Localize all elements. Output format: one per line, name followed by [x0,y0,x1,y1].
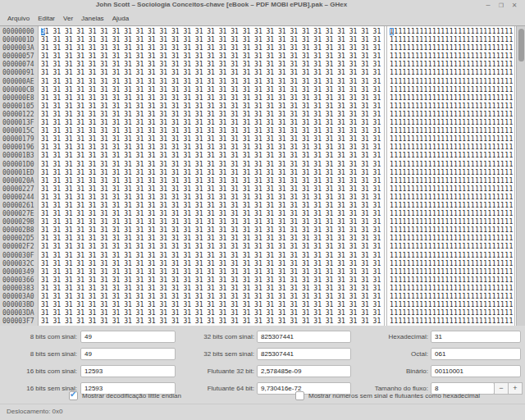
hex-row-ascii[interactable]: 11111111111111111111111111111 [387,210,514,218]
hex-row-ascii[interactable]: 11111111111111111111111111111 [387,152,514,160]
hex-row-ascii[interactable]: 11111111111111111111111111111 [387,169,514,177]
hex-row-ascii[interactable]: 11111111111111111111111111111 [387,94,514,103]
maximize-button[interactable]: ❐ [495,0,507,11]
hex-row-bytes[interactable]: 31 31 31 31 31 31 31 31 31 31 31 31 31 3… [39,226,384,235]
hex-row-bytes[interactable]: 31 31 31 31 31 31 31 31 31 31 31 31 31 3… [39,144,384,152]
hex-row-bytes[interactable]: 31 31 31 31 31 31 31 31 31 31 31 31 31 3… [39,252,384,260]
hex-row-ascii[interactable]: 11111111111111111111111111111 [387,276,514,285]
hex-row-ascii[interactable]: 11111111111111111111111111111 [387,28,514,36]
hex-row-bytes[interactable]: 31 31 31 31 31 31 31 31 31 31 31 31 31 3… [39,293,384,301]
hex-row-bytes[interactable]: 31 31 31 31 31 31 31 31 31 31 31 31 31 3… [39,69,384,77]
hex-row-bytes[interactable]: 31 31 31 31 31 31 31 31 31 31 31 31 31 3… [39,78,384,86]
hex-row-bytes[interactable]: 31 31 31 31 31 31 31 31 31 31 31 31 31 3… [39,309,384,317]
hex-row-ascii[interactable]: 11111111111111111111111111111 [387,301,514,309]
hex-row-ascii[interactable]: 11111111111111111111111111111 [387,44,514,52]
scrollbar-thumb[interactable] [518,29,524,62]
hex-row-offset: 0000013F [0,119,38,127]
hex-row-ascii[interactable]: 11111111111111111111111111111 [387,52,514,61]
hex-row-ascii[interactable]: 11111111111111111111111111111 [387,185,514,194]
menu-arquivo[interactable]: Arquivo [3,13,34,24]
field-8bit-signed[interactable] [80,331,176,343]
hex-row-bytes[interactable]: 31 31 31 31 31 31 31 31 31 31 31 31 31 3… [39,177,384,185]
field-32bit-signed[interactable] [257,331,351,343]
vertical-scrollbar[interactable] [516,26,525,326]
hex-row-bytes[interactable]: 31 31 31 31 31 31 31 31 31 31 31 31 31 3… [39,194,384,202]
hex-row-ascii[interactable]: 11111111111111111111111111111 [387,252,514,260]
hex-row-ascii[interactable]: 11111111111111111111111111111 [387,317,514,326]
hex-row-bytes[interactable]: 31 31 31 31 31 31 31 31 31 31 31 31 31 3… [39,285,384,293]
hex-row-bytes[interactable]: 31 31 31 31 31 31 31 31 31 31 31 31 31 3… [39,235,384,243]
hex-row-bytes[interactable]: 31 31 31 31 31 31 31 31 31 31 31 31 31 3… [39,169,384,177]
hex-row-ascii[interactable]: 11111111111111111111111111111 [387,86,514,94]
hex-row-ascii[interactable]: 11111111111111111111111111111 [387,135,514,144]
hex-row-bytes[interactable]: 31 31 31 31 31 31 31 31 31 31 31 31 31 3… [39,301,384,309]
hex-row-bytes[interactable]: 31 31 31 31 31 31 31 31 31 31 31 31 31 3… [39,86,384,94]
hex-row-bytes[interactable]: 31 31 31 31 31 31 31 31 31 31 31 31 31 3… [39,28,384,36]
hex-row-bytes[interactable]: 31 31 31 31 31 31 31 31 31 31 31 31 31 3… [39,268,384,276]
menu-janelas[interactable]: Janelas [77,13,108,24]
field-binary[interactable] [431,365,521,377]
menu-ajuda[interactable]: Ajuda [108,13,133,24]
hex-row-bytes[interactable]: 31 31 31 31 31 31 31 31 31 31 31 31 31 3… [39,152,384,160]
hex-row-ascii[interactable]: 11111111111111111111111111111 [387,119,514,127]
hex-row-ascii[interactable]: 11111111111111111111111111111 [387,285,514,293]
hex-row-bytes[interactable]: 31 31 31 31 31 31 31 31 31 31 31 31 31 3… [39,243,384,251]
hex-row-bytes[interactable]: 31 31 31 31 31 31 31 31 31 31 31 31 31 3… [39,317,384,326]
hex-row-ascii[interactable]: 11111111111111111111111111111 [387,260,514,268]
hex-row-ascii[interactable]: 11111111111111111111111111111 [387,36,514,44]
hex-row-ascii[interactable]: 11111111111111111111111111111 [387,144,514,152]
hex-row-ascii[interactable]: 11111111111111111111111111111 [387,127,514,135]
hex-row-ascii[interactable]: 11111111111111111111111111111 [387,243,514,251]
field-16bit-signed[interactable] [80,365,176,377]
hex-row-bytes[interactable]: 31 31 31 31 31 31 31 31 31 31 31 31 31 3… [39,61,384,69]
hex-row-bytes[interactable]: 31 31 31 31 31 31 31 31 31 31 31 31 31 3… [39,119,384,127]
field-octal[interactable] [431,348,521,360]
stream-size-increment-button[interactable]: + [508,382,523,395]
checkbox-checked-icon[interactable]: ✔ [69,391,78,400]
hex-row-bytes[interactable]: 31 31 31 31 31 31 31 31 31 31 31 31 31 3… [39,127,384,135]
field-hexadecimal[interactable] [431,331,521,343]
show-as-hex-checkbox[interactable]: Mostrar números sem sinal e flutuantes c… [295,390,480,400]
hex-row-bytes[interactable]: 31 31 31 31 31 31 31 31 31 31 31 31 31 3… [39,210,384,218]
checkbox-unchecked-icon[interactable] [295,391,304,400]
menu-ver[interactable]: Ver [59,13,77,24]
close-button[interactable]: ✕ [509,0,520,11]
hex-row-ascii[interactable]: 11111111111111111111111111111 [387,69,514,77]
hex-row-ascii[interactable]: 11111111111111111111111111111 [387,293,514,301]
hex-row-ascii[interactable]: 11111111111111111111111111111 [387,194,514,202]
hex-row-ascii[interactable]: 11111111111111111111111111111 [387,235,514,243]
hex-row-bytes[interactable]: 31 31 31 31 31 31 31 31 31 31 31 31 31 3… [39,111,384,119]
hex-row-bytes[interactable]: 31 31 31 31 31 31 31 31 31 31 31 31 31 3… [39,276,384,285]
minimize-button[interactable]: – [482,0,494,11]
hex-row-ascii[interactable]: 11111111111111111111111111111 [387,218,514,226]
hex-row-bytes[interactable]: 31 31 31 31 31 31 31 31 31 31 31 31 31 3… [39,185,384,194]
hex-data-pane[interactable]: 31 31 31 31 31 31 31 31 31 31 31 31 31 3… [39,26,385,326]
hex-row-bytes[interactable]: 31 31 31 31 31 31 31 31 31 31 31 31 31 3… [39,135,384,144]
hex-row-ascii[interactable]: 11111111111111111111111111111 [387,61,514,69]
hex-row-bytes[interactable]: 31 31 31 31 31 31 31 31 31 31 31 31 31 3… [39,52,384,61]
hex-row-bytes[interactable]: 31 31 31 31 31 31 31 31 31 31 31 31 31 3… [39,94,384,103]
field-8bit-unsigned[interactable] [80,348,176,360]
ascii-pane[interactable]: 1111111111111111111111111111111111111111… [386,26,515,326]
field-32bit-unsigned[interactable] [257,348,351,360]
hex-row-bytes[interactable]: 31 31 31 31 31 31 31 31 31 31 31 31 31 3… [39,218,384,226]
stream-size-decrement-button[interactable]: − [494,382,509,395]
hex-row-bytes[interactable]: 31 31 31 31 31 31 31 31 31 31 31 31 31 3… [39,202,384,210]
hex-row-ascii[interactable]: 11111111111111111111111111111 [387,226,514,235]
hex-row-ascii[interactable]: 11111111111111111111111111111 [387,111,514,119]
hex-row-ascii[interactable]: 11111111111111111111111111111 [387,202,514,210]
hex-row-bytes[interactable]: 31 31 31 31 31 31 31 31 31 31 31 31 31 3… [39,161,384,169]
hex-row-ascii[interactable]: 11111111111111111111111111111 [387,161,514,169]
hex-row-ascii[interactable]: 11111111111111111111111111111 [387,78,514,86]
hex-row-ascii[interactable]: 11111111111111111111111111111 [387,268,514,276]
hex-row-bytes[interactable]: 31 31 31 31 31 31 31 31 31 31 31 31 31 3… [39,36,384,44]
menu-editar[interactable]: Editar [34,13,59,24]
hex-row-ascii[interactable]: 11111111111111111111111111111 [387,177,514,185]
hex-row-ascii[interactable]: 11111111111111111111111111111 [387,309,514,317]
hex-row-bytes[interactable]: 31 31 31 31 31 31 31 31 31 31 31 31 31 3… [39,260,384,268]
hex-row-bytes[interactable]: 31 31 31 31 31 31 31 31 31 31 31 31 31 3… [39,44,384,52]
hex-row-ascii[interactable]: 11111111111111111111111111111 [387,103,514,111]
field-float32[interactable] [257,365,351,377]
little-endian-checkbox[interactable]: ✔ Mostrar decodificação little endian [69,390,181,400]
hex-row-bytes[interactable]: 31 31 31 31 31 31 31 31 31 31 31 31 31 3… [39,103,384,111]
